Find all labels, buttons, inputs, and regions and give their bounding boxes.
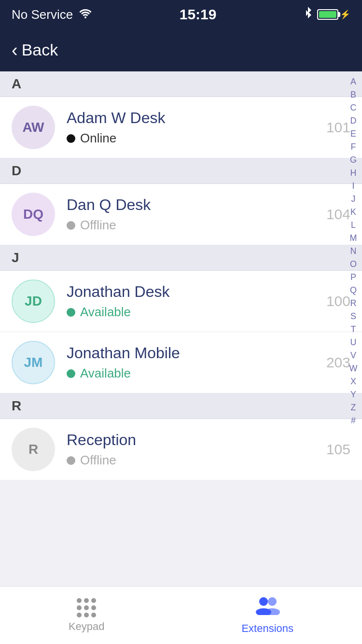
contact-name-aw: Adam W Desk xyxy=(67,109,320,127)
section-header-d: D xyxy=(0,158,362,184)
tab-bar: Keypad Extensions xyxy=(0,586,362,644)
contact-row-jm[interactable]: JM Jonathan Mobile Available 203 xyxy=(0,332,362,393)
status-text-dq: Offline xyxy=(80,218,116,233)
back-chevron-icon: ‹ xyxy=(12,41,18,59)
status-dot-available-jd xyxy=(67,308,75,317)
alpha-i[interactable]: I xyxy=(352,180,354,193)
alpha-s[interactable]: S xyxy=(350,310,356,323)
alpha-z[interactable]: Z xyxy=(351,401,356,414)
tab-extensions-label: Extensions xyxy=(241,622,293,635)
contacts-list: A AW Adam W Desk Online 101 D DQ Dan Q D… xyxy=(0,71,362,538)
alpha-x[interactable]: X xyxy=(350,375,356,388)
contact-info-jd: Jonathan Desk Available xyxy=(67,283,320,320)
status-dot-offline-dq xyxy=(67,221,75,230)
contact-name-jd: Jonathan Desk xyxy=(67,283,320,301)
alpha-n[interactable]: N xyxy=(350,245,357,258)
contact-info-r: Reception Offline xyxy=(67,431,320,468)
back-label: Back xyxy=(22,41,58,59)
contact-status-jm: Available xyxy=(67,366,320,381)
contact-info-aw: Adam W Desk Online xyxy=(67,109,320,146)
battery-icon: ⚡ xyxy=(317,9,350,20)
charging-bolt: ⚡ xyxy=(340,9,350,20)
alpha-p[interactable]: P xyxy=(350,271,356,284)
avatar-dq: DQ xyxy=(12,193,55,236)
alpha-hash[interactable]: # xyxy=(351,414,356,427)
keypad-icon xyxy=(77,598,96,617)
contact-status-aw: Online xyxy=(67,131,320,146)
status-bar: No Service 15:19 ⚡ xyxy=(0,0,362,29)
avatar-jd: JD xyxy=(12,280,55,323)
alpha-r[interactable]: R xyxy=(350,297,357,310)
extensions-icon xyxy=(255,596,280,619)
status-text-r: Offline xyxy=(80,453,116,468)
alpha-q[interactable]: Q xyxy=(350,284,357,297)
section-header-a: A xyxy=(0,71,362,97)
contact-status-jd: Available xyxy=(67,305,320,320)
alpha-d[interactable]: D xyxy=(350,114,357,127)
avatar-aw: AW xyxy=(12,106,55,149)
alpha-o[interactable]: O xyxy=(350,258,357,271)
section-header-r: R xyxy=(0,393,362,419)
alphabet-index[interactable]: A B C D E F G H I J K L M N O P Q R S T … xyxy=(345,71,362,431)
alpha-f[interactable]: F xyxy=(351,140,356,154)
svg-point-1 xyxy=(268,597,277,606)
section-header-j: J xyxy=(0,245,362,271)
alpha-a[interactable]: A xyxy=(350,75,356,88)
alpha-h[interactable]: H xyxy=(350,167,357,180)
alpha-c[interactable]: C xyxy=(350,101,357,114)
alpha-t[interactable]: T xyxy=(351,323,356,336)
time-display: 15:19 xyxy=(180,6,217,23)
wifi-icon xyxy=(79,8,92,21)
contact-row-jd[interactable]: JD Jonathan Desk Available 100 xyxy=(0,271,362,332)
alpha-l[interactable]: L xyxy=(351,219,356,232)
back-button[interactable]: ‹ Back xyxy=(12,41,58,59)
status-text-jm: Available xyxy=(80,366,131,381)
avatar-r: R xyxy=(12,428,55,471)
tab-extensions[interactable]: Extensions xyxy=(241,596,293,635)
contact-row-dq[interactable]: DQ Dan Q Desk Offline 104 xyxy=(0,184,362,245)
alpha-u[interactable]: U xyxy=(350,336,357,349)
contact-row-aw[interactable]: AW Adam W Desk Online 101 xyxy=(0,97,362,158)
status-text-jd: Available xyxy=(80,305,131,320)
alpha-v[interactable]: V xyxy=(350,349,356,362)
status-dot-available-jm xyxy=(67,369,75,378)
contact-ext-r: 105 xyxy=(326,441,350,458)
alpha-e[interactable]: E xyxy=(350,127,356,140)
bluetooth-icon xyxy=(304,7,312,23)
contact-status-dq: Offline xyxy=(67,218,320,233)
contact-info-jm: Jonathan Mobile Available xyxy=(67,344,320,381)
alpha-y[interactable]: Y xyxy=(350,388,356,401)
avatar-jm: JM xyxy=(12,341,55,384)
alpha-j[interactable]: J xyxy=(351,193,356,206)
alpha-w[interactable]: W xyxy=(349,362,358,375)
alpha-k[interactable]: K xyxy=(350,206,356,219)
status-dot-online xyxy=(67,134,75,143)
nav-bar: ‹ Back xyxy=(0,29,362,71)
alpha-b[interactable]: B xyxy=(350,88,356,101)
contact-name-dq: Dan Q Desk xyxy=(67,196,320,214)
alpha-g[interactable]: G xyxy=(350,154,357,167)
contact-status-r: Offline xyxy=(67,453,320,468)
tab-keypad[interactable]: Keypad xyxy=(69,598,105,633)
contact-name-jm: Jonathan Mobile xyxy=(67,344,320,362)
contact-row-r[interactable]: R Reception Offline 105 xyxy=(0,419,362,480)
status-text-aw: Online xyxy=(80,131,116,146)
contact-name-r: Reception xyxy=(67,431,320,449)
svg-point-0 xyxy=(259,597,268,606)
carrier-text: No Service xyxy=(12,7,73,22)
contact-info-dq: Dan Q Desk Offline xyxy=(67,196,320,233)
alpha-m[interactable]: M xyxy=(350,232,357,245)
tab-keypad-label: Keypad xyxy=(69,620,105,633)
status-dot-offline-r xyxy=(67,456,75,465)
